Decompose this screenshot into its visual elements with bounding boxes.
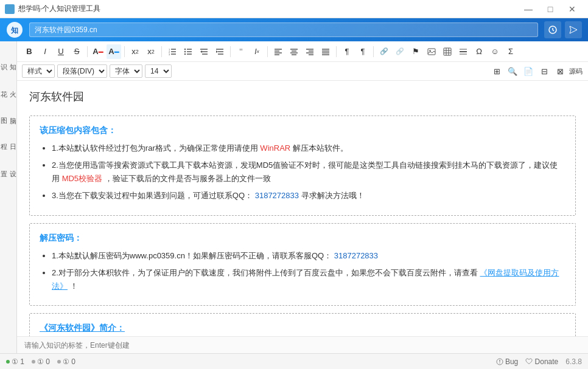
list-item-2: 2.当您使用迅雷等搜索资源式下载工具下载本站资源，发现MD5值验证不对时，很可能… [52,159,565,185]
image-button[interactable] [424,44,439,59]
ordered-list-button[interactable]: 123 [165,44,180,59]
bold-button[interactable]: B [22,44,37,59]
svg-point-14 [184,50,186,52]
strikethrough-button[interactable]: S [69,44,84,59]
header-right-icons [544,21,582,38]
paragraph-select[interactable]: 段落(DIV) [57,64,107,78]
toolbar-row2: 样式 段落(DIV) 字体 14 ⊞ 🔍 📄 ⊟ ⊠ 源码 [17,62,588,81]
search-button[interactable]: 🔍 [505,64,520,78]
hr-icon [459,47,467,56]
font-size-select[interactable]: 14 [145,64,172,78]
sum-button[interactable]: Σ [503,44,518,59]
toolbar-row1: B I U S A▬ A▬ x2 x2 123 " I [17,41,588,62]
indent-decrease-button[interactable] [197,44,211,59]
align-center-icon [290,47,298,56]
close-btn[interactable]: ⊠ [553,64,567,78]
content-box-3: 《河东软件园》简介： [29,313,576,336]
style-select[interactable]: 样式 [22,64,55,78]
unlink-button[interactable]: 🔗 [393,44,407,59]
minimize-button[interactable]: — [517,0,539,18]
tag-input-bar [17,336,588,353]
sidebar-item-spark[interactable]: 火花 [2,73,15,97]
history-icon [548,25,558,35]
header-search-input[interactable] [29,22,538,37]
subscript-button[interactable]: x2 [128,44,142,59]
svg-marker-23 [216,50,218,53]
tag-input[interactable] [24,341,581,350]
toolbar-sep-1 [87,46,88,57]
list-item-1: 1.本站默认软件经过打包为rar格式，为确保正常使用请使用 WinRAR 解压本… [52,142,565,155]
status-item-2: ① 0 [32,357,50,366]
toolbar-sep-2 [124,46,125,57]
winrar-link[interactable]: WinRAR [260,143,290,153]
editor-title: 河东软件园 [29,88,576,106]
image-icon [427,47,436,56]
send-icon-button[interactable] [565,21,582,38]
section-title-2: 解压密码： [40,231,565,244]
hr-button[interactable] [456,44,471,59]
paragraph-button[interactable]: ¶ [340,44,354,59]
status-dot-1 [6,360,10,364]
emoji-button[interactable]: ☺ [488,44,502,59]
maximize-button[interactable]: □ [539,0,561,18]
qq-link-1[interactable]: 3187272833 [255,191,299,200]
svg-rect-40 [428,49,435,55]
history-icon-button[interactable] [544,21,561,38]
section-title-1: 该压缩包内容包含： [40,123,565,137]
sidebar-item-schedule[interactable]: 日程 [2,126,15,151]
bug-link[interactable]: Bug [496,357,519,366]
editor-area[interactable]: 河东软件园 该压缩包内容包含： 1.本站默认软件经过打包为rar格式，为确保正常… [17,81,588,336]
table-button[interactable] [440,44,455,59]
align-justify-button[interactable] [318,44,333,59]
indent-increase-button[interactable] [212,44,227,59]
bg-color-button[interactable]: A▬ [107,44,121,59]
align-center-button[interactable] [287,44,301,59]
bug-icon [496,358,503,365]
svg-point-13 [184,48,186,49]
link-button[interactable]: 🔗 [377,44,391,59]
header-bar: 知 [0,18,588,41]
flag-button[interactable]: ⚑ [408,44,423,59]
underline-button[interactable]: U [54,44,68,59]
list-item-5: 2.对于部分大体积软件，为了保证用户的下载速度，我们将附件上传到了百度云盘中，如… [52,266,565,293]
align-left-button[interactable] [271,44,285,59]
sidebar: 知识 火花 脑图 日程 设置 [0,41,17,353]
italic-button[interactable]: I [38,44,52,59]
clear-format-button[interactable]: Ix [250,44,264,59]
sidebar-item-mindmap[interactable]: 脑图 [2,100,15,124]
toolbar-sep-6 [336,46,337,57]
paragraph2-button[interactable]: ¶ [355,44,370,59]
special-char-button[interactable]: Ω [472,44,486,59]
minus-button[interactable]: ⊟ [537,64,551,78]
title-bar: 想学吗·个人知识管理工具 — □ ✕ [0,0,588,18]
version-text: 6.3.8 [565,357,582,366]
status-dot-2 [32,360,35,364]
sidebar-item-settings[interactable]: 设置 [2,153,15,178]
unordered-list-button[interactable] [181,44,195,59]
qq-link-2[interactable]: 3187272833 [334,251,378,260]
title-bar-controls: — □ ✕ [517,0,583,18]
svg-point-15 [184,53,186,54]
toolbar-sep-3 [161,46,162,57]
grid-view-button[interactable]: ⊞ [489,64,504,78]
align-right-icon [306,47,314,56]
source-code-button[interactable]: 源码 [569,64,583,78]
status-item-1: ① 1 [6,357,24,366]
send-icon [569,25,578,35]
ordered-list-icon: 123 [168,47,177,56]
donate-link[interactable]: Donate [525,357,558,366]
superscript-button[interactable]: x2 [144,44,158,59]
status-dot-3 [57,360,61,364]
content-list-1: 1.本站默认软件经过打包为rar格式，为确保正常使用请使用 WinRAR 解压本… [40,142,565,202]
align-right-button[interactable] [303,44,317,59]
close-button[interactable]: ✕ [561,0,583,18]
font-color-button[interactable]: A▬ [91,44,105,59]
md5-link[interactable]: MD5校验器 [62,174,102,183]
document-button[interactable]: 📄 [521,64,536,78]
blockquote-button[interactable]: " [234,44,248,59]
sidebar-item-knowledge[interactable]: 知识 [2,46,15,71]
list-item-3: 3.当您在下载安装过程中如果遇到问题，可通过联系QQ： 3187272833 寻… [52,189,565,202]
align-left-icon [274,47,282,56]
status-text-3: ① 0 [63,357,75,366]
font-select[interactable]: 字体 [110,64,142,78]
